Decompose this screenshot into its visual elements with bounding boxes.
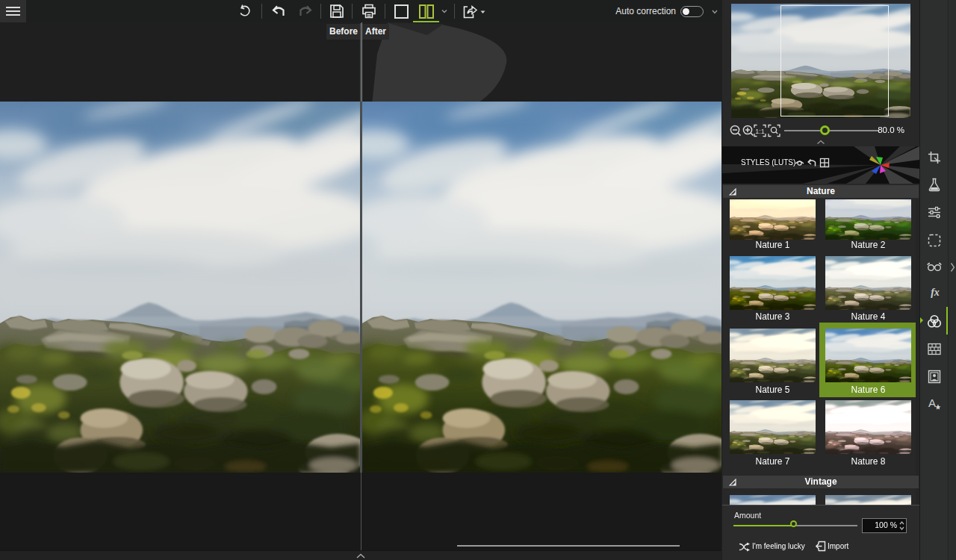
svg-text:A: A <box>928 396 936 409</box>
svg-text:1:1: 1:1 <box>755 128 765 135</box>
